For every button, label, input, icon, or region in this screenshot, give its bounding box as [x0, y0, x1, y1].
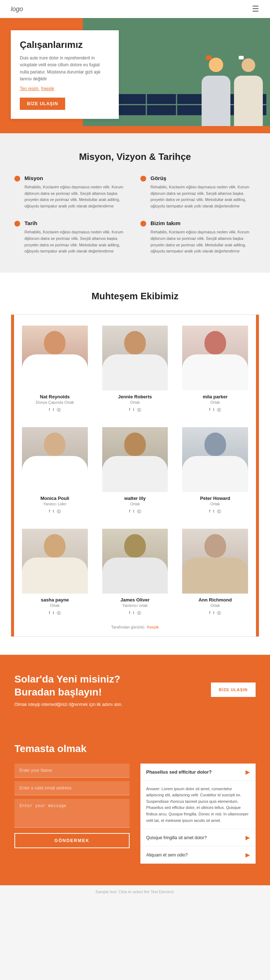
worker-1 — [202, 54, 230, 126]
twitter-icon-7[interactable]: t — [133, 611, 134, 616]
facebook-icon-5[interactable]: f — [209, 509, 210, 514]
hero-cta-button[interactable]: BİZE ULAŞIN — [20, 98, 65, 110]
solar-cell — [117, 105, 146, 115]
twitter-icon-4[interactable]: t — [133, 509, 134, 514]
cta-button[interactable]: BİZE ULAŞIN — [211, 682, 256, 697]
faq-item-1[interactable]: Aliquam et sem odio? ▶ — [140, 846, 256, 864]
mvt-title: Misyon, Vizyon & Tarihçe — [14, 151, 256, 162]
faq-question-1: Aliquam et sem odio? — [146, 853, 187, 858]
contact-grid: GÖNDERMEK Phasellus sed efficitur dolor?… — [14, 764, 256, 864]
instagram-icon-1[interactable]: ⓒ — [137, 407, 141, 413]
team-member-role-7: Yardımcı ortak — [102, 603, 168, 608]
team-grid: Nat Reynolds Dünya Çapında Ortak f t ⓒ J… — [18, 322, 252, 619]
team-member-name-3: Monica Pouli — [22, 496, 88, 501]
team-social-3: f t ⓒ — [22, 509, 88, 514]
mvt-heading-2: Tarih — [24, 220, 130, 226]
hero-image-link[interactable]: Ten resim freepik — [20, 86, 110, 91]
person-body-6 — [22, 558, 88, 593]
mvt-content-0: Misyon Rehabilis, Koclavim eğiiso daymas… — [24, 175, 130, 209]
faq-item-0[interactable]: Quisque fringilla sit amet dolor? ▶ — [140, 829, 256, 846]
hamburger-menu-icon[interactable]: ☰ — [252, 4, 259, 14]
worker-body-2 — [234, 76, 263, 126]
instagram-icon-4[interactable]: ⓒ — [137, 509, 141, 514]
instagram-icon-3[interactable]: ⓒ — [57, 509, 61, 514]
mvt-item-3: Bizim takım Rehabilis, Koclavim eğiiso d… — [140, 220, 256, 254]
twitter-icon-3[interactable]: t — [53, 509, 54, 514]
facebook-icon-1[interactable]: f — [129, 407, 130, 413]
faq-question-0: Quisque fringilla sit amet dolor? — [146, 835, 206, 840]
instagram-icon-0[interactable]: ⓒ — [57, 407, 61, 413]
cta-title: Solar'da Yeni misiniz? Buradan başlayın! — [14, 673, 151, 699]
mvt-item-0: Misyon Rehabilis, Koclavim eğiiso daymas… — [14, 175, 130, 209]
team-member-name-4: walter lily — [102, 496, 168, 501]
workers — [202, 54, 263, 126]
person-body-3 — [22, 456, 88, 492]
team-credit-link[interactable]: freepik — [147, 625, 159, 629]
team-social-7: f t ⓒ — [102, 611, 168, 616]
submit-button[interactable]: GÖNDERMEK — [14, 833, 130, 848]
person-head-1 — [124, 331, 146, 355]
team-member-name-1: Jennie Roberts — [102, 394, 168, 399]
logo: logo — [11, 5, 23, 13]
mvt-item-2: Tarih Rehabilis, Koclavim eğiiso daymasu… — [14, 220, 130, 254]
contact-section: Temasta olmak GÖNDERMEK Phasellus sed ef… — [0, 725, 270, 886]
email-input[interactable] — [14, 781, 130, 795]
twitter-icon-5[interactable]: t — [213, 509, 214, 514]
team-social-5: f t ⓒ — [182, 509, 248, 514]
twitter-icon-0[interactable]: t — [53, 407, 54, 413]
faq-answer-text: Answer: Lorem ipsum dolor sit amet, cons… — [146, 786, 250, 824]
person-silhouette-5 — [182, 427, 248, 492]
message-input[interactable] — [14, 799, 130, 828]
twitter-icon-8[interactable]: t — [213, 611, 214, 616]
worker-head-2 — [241, 58, 255, 72]
twitter-icon-6[interactable]: t — [53, 611, 54, 616]
mvt-grid: Misyon Rehabilis, Koclavim eğiiso daymas… — [14, 175, 256, 255]
mvt-content-2: Tarih Rehabilis, Koclavim eğiiso daymasu… — [24, 220, 130, 254]
person-head-3 — [44, 433, 65, 456]
worker-2 — [234, 54, 263, 126]
team-wrapper: Nat Reynolds Dünya Çapında Ortak f t ⓒ J… — [11, 314, 259, 637]
team-photo-7 — [102, 529, 168, 593]
team-photo-3 — [22, 427, 88, 492]
facebook-icon-6[interactable]: f — [49, 611, 50, 616]
contact-title: Temasta olmak — [14, 743, 256, 754]
instagram-icon-5[interactable]: ⓒ — [217, 509, 221, 514]
footer-note: Sample text. Click to select the Text El… — [0, 885, 270, 898]
facebook-icon-2[interactable]: f — [209, 407, 210, 413]
team-photo-2 — [182, 326, 248, 390]
team-member-5: Peter Howard Ortak f t ⓒ — [179, 423, 252, 518]
mvt-text-3: Rehabilis, Koclavim eğiiso daymasus nede… — [151, 229, 256, 254]
team-member-name-2: mila parker — [182, 394, 248, 399]
team-member-role-3: Yaratıcı Lider — [22, 502, 88, 506]
twitter-icon-2[interactable]: t — [213, 407, 214, 413]
person-body-5 — [182, 456, 248, 492]
twitter-icon-1[interactable]: t — [133, 407, 134, 413]
instagram-icon-2[interactable]: ⓒ — [217, 407, 221, 413]
mvt-heading-3: Bizim takım — [151, 220, 256, 226]
instagram-icon-8[interactable]: ⓒ — [217, 611, 221, 616]
faq-main-question-header[interactable]: Phasellus sed efficitur dolor? ▶ — [140, 764, 256, 781]
person-silhouette-1 — [102, 326, 168, 390]
mvt-heading-0: Misyon — [24, 175, 130, 181]
facebook-icon-8[interactable]: f — [209, 611, 210, 616]
team-member-role-4: Ortak — [102, 502, 168, 506]
mvt-content-1: Görüş Rehabilis, Koclavim eğiiso daymasu… — [151, 175, 256, 209]
instagram-icon-6[interactable]: ⓒ — [57, 611, 61, 616]
cta-section: Solar'da Yeni misiniz? Buradan başlayın!… — [0, 655, 270, 725]
facebook-icon-7[interactable]: f — [129, 611, 130, 616]
team-social-4: f t ⓒ — [102, 509, 168, 514]
team-photo-0 — [22, 326, 88, 390]
faq-panel: Phasellus sed efficitur dolor? ▶ Answer:… — [140, 764, 256, 864]
instagram-icon-7[interactable]: ⓒ — [137, 611, 141, 616]
hero-image-text: Ten resim — [20, 86, 38, 91]
person-silhouette-8 — [182, 529, 248, 593]
mvt-content-3: Bizim takım Rehabilis, Koclavim eğiiso d… — [151, 220, 256, 254]
facebook-icon-3[interactable]: f — [49, 509, 50, 514]
worker-body-1 — [202, 76, 230, 126]
name-input[interactable] — [14, 764, 130, 778]
team-member-name-5: Peter Howard — [182, 496, 248, 501]
person-head-4 — [124, 433, 146, 456]
team-social-2: f t ⓒ — [182, 407, 248, 413]
facebook-icon-0[interactable]: f — [49, 407, 50, 413]
facebook-icon-4[interactable]: f — [129, 509, 130, 514]
